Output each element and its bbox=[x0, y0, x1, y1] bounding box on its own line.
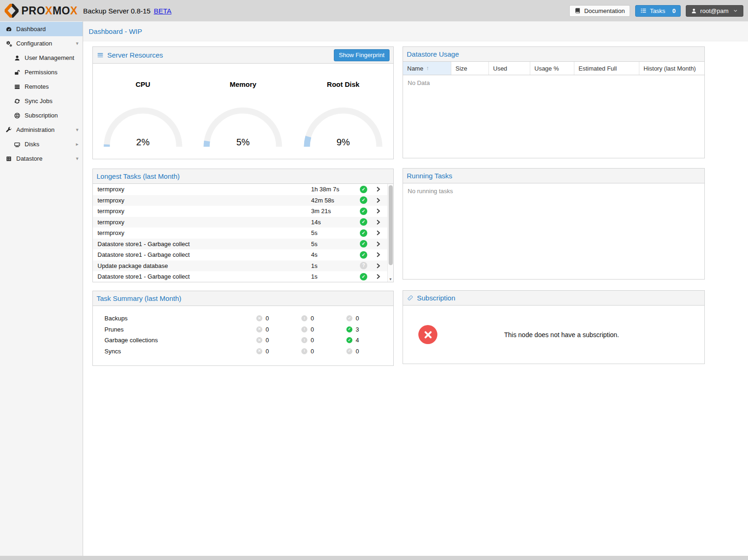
chevron-right-icon[interactable] bbox=[375, 197, 381, 203]
chevron-right-icon[interactable] bbox=[375, 230, 381, 236]
datastore-usage-panel: Datastore Usage Name↑SizeUsedUsage %Esti… bbox=[403, 46, 705, 158]
product-version: Backup Server 0.8-15 bbox=[83, 7, 150, 15]
column-header-estimated-full[interactable]: Estimated Full bbox=[574, 62, 639, 75]
ok-count-icon: ✓ bbox=[346, 326, 352, 332]
task-row[interactable]: Datastore store1 - Garbage collect1s✓ bbox=[93, 271, 393, 282]
tachometer-icon bbox=[5, 26, 13, 33]
task-row[interactable]: termproxy14s✓ bbox=[93, 217, 393, 228]
building-icon bbox=[5, 156, 13, 162]
error-count-icon: ✕ bbox=[256, 326, 262, 332]
scrollbar[interactable]: ▾ bbox=[387, 184, 393, 282]
status-ok-icon: ✓ bbox=[360, 229, 367, 237]
gauge-value: 2% bbox=[100, 137, 186, 148]
sidebar-item-datastore[interactable]: Datastore▾ bbox=[0, 151, 83, 166]
status-ok-icon: ✓ bbox=[360, 240, 367, 247]
server-resources-panel: Server Resources Show Fingerprint CPU2%M… bbox=[92, 46, 394, 159]
task-list-icon bbox=[640, 7, 647, 14]
chevron-right-icon[interactable] bbox=[375, 273, 381, 280]
status-ok-icon: ✓ bbox=[360, 251, 367, 259]
disk-icon bbox=[13, 141, 21, 148]
subscription-message: This node does not have a subscription. bbox=[437, 331, 704, 339]
chevron-right-icon[interactable] bbox=[375, 186, 381, 192]
scrollbar-down-arrow[interactable]: ▾ bbox=[388, 276, 393, 282]
error-count-icon: ✕ bbox=[256, 337, 262, 343]
warning-count-icon: ! bbox=[301, 315, 307, 321]
datastore-usage-empty: No Data bbox=[403, 75, 704, 158]
chevron-down-icon[interactable]: ▾ bbox=[76, 40, 78, 46]
sidebar: DashboardConfiguration▾User ManagementPe… bbox=[0, 21, 83, 560]
column-header-usage-[interactable]: Usage % bbox=[530, 62, 574, 75]
running-tasks-empty: No running tasks bbox=[403, 183, 704, 279]
task-row[interactable]: Datastore store1 - Garbage collect4s✓ bbox=[93, 249, 393, 260]
error-count-icon: ✕ bbox=[256, 348, 262, 354]
documentation-button[interactable]: Documentation bbox=[569, 5, 630, 17]
summary-row-syncs: Syncs✕0!0✓0 bbox=[93, 346, 393, 357]
beta-link[interactable]: BETA bbox=[154, 7, 171, 15]
chevron-down-icon bbox=[733, 8, 738, 13]
task-summary-panel: Task Summary (last Month) Backups✕0!0✓0P… bbox=[92, 291, 394, 366]
gauge-value: 9% bbox=[300, 137, 386, 148]
gauge-cpu: CPU2% bbox=[93, 80, 193, 159]
sidebar-item-configuration[interactable]: Configuration▾ bbox=[0, 36, 83, 51]
status-ok-icon: ✓ bbox=[360, 208, 367, 215]
ticket-icon bbox=[407, 294, 414, 301]
task-row[interactable]: termproxy3m 21s✓ bbox=[93, 206, 393, 217]
wrench-icon bbox=[5, 127, 13, 133]
chevron-right-icon[interactable]: ▸ bbox=[76, 141, 78, 147]
status-unknown-icon: ? bbox=[360, 262, 367, 269]
status-ok-icon: ✓ bbox=[360, 218, 367, 226]
proxmox-wordmark: PROXMOX bbox=[21, 5, 78, 17]
panel-title: Longest Tasks (last Month) bbox=[97, 172, 390, 180]
gears-icon bbox=[5, 40, 13, 47]
warning-count-icon: ! bbox=[301, 348, 307, 354]
task-row[interactable]: termproxy1h 38m 7s✓ bbox=[93, 184, 393, 195]
sidebar-item-disks[interactable]: Disks▸ bbox=[0, 137, 83, 151]
task-row[interactable]: Update package database1s? bbox=[93, 260, 393, 272]
unlock-icon bbox=[13, 69, 21, 76]
chevron-down-icon[interactable]: ▾ bbox=[76, 156, 78, 162]
column-header-size[interactable]: Size bbox=[451, 62, 489, 75]
server-resources-icon bbox=[97, 52, 104, 59]
show-fingerprint-button[interactable]: Show Fingerprint bbox=[334, 49, 390, 61]
panel-title: Task Summary (last Month) bbox=[97, 294, 390, 302]
column-header-used[interactable]: Used bbox=[489, 62, 530, 75]
error-count-icon: ✕ bbox=[256, 315, 262, 321]
sidebar-item-sync-jobs[interactable]: Sync Jobs bbox=[0, 94, 83, 108]
task-row[interactable]: Datastore store1 - Garbage collect5s✓ bbox=[93, 239, 393, 250]
lifering-icon bbox=[13, 112, 21, 119]
subscription-panel: Subscription This node does not have a s… bbox=[403, 290, 705, 364]
chevron-right-icon[interactable] bbox=[375, 219, 381, 225]
panel-title: Subscription bbox=[417, 294, 701, 302]
column-header-name[interactable]: Name↑ bbox=[403, 62, 451, 75]
sidebar-item-permissions[interactable]: Permissions bbox=[0, 65, 83, 79]
chevron-down-icon[interactable]: ▾ bbox=[76, 127, 78, 133]
panel-title: Datastore Usage bbox=[407, 50, 701, 58]
ok-count-icon: ✓ bbox=[346, 337, 352, 343]
chevron-right-icon[interactable] bbox=[375, 208, 381, 214]
tasks-count-badge: 0 bbox=[672, 7, 676, 14]
status-ok-icon: ✓ bbox=[360, 273, 367, 280]
status-ok-icon: ✓ bbox=[360, 186, 367, 193]
task-row[interactable]: termproxy42m 58s✓ bbox=[93, 195, 393, 206]
gauge-memory: Memory5% bbox=[193, 80, 293, 159]
book-icon bbox=[574, 7, 581, 14]
user-icon bbox=[13, 55, 21, 61]
task-row[interactable]: termproxy5s✓ bbox=[93, 228, 393, 239]
gauge-value: 5% bbox=[200, 137, 286, 148]
scrollbar-thumb[interactable] bbox=[389, 185, 393, 265]
sidebar-item-administration[interactable]: Administration▾ bbox=[0, 123, 83, 137]
sync-icon bbox=[13, 98, 21, 104]
sidebar-item-user-management[interactable]: User Management bbox=[0, 51, 83, 65]
chevron-right-icon[interactable] bbox=[375, 263, 381, 269]
status-ok-icon: ✓ bbox=[360, 196, 367, 204]
sidebar-item-remotes[interactable]: Remotes bbox=[0, 79, 83, 94]
chevron-right-icon[interactable] bbox=[375, 252, 381, 258]
column-header-history-last-month-[interactable]: History (last Month) bbox=[639, 62, 704, 75]
sidebar-item-dashboard[interactable]: Dashboard bbox=[0, 22, 83, 36]
top-bar: PROXMOX Backup Server 0.8-15 BETA Docume… bbox=[0, 0, 748, 21]
chevron-right-icon[interactable] bbox=[375, 241, 381, 247]
user-menu-button[interactable]: root@pam bbox=[686, 5, 743, 17]
sidebar-item-subscription[interactable]: Subscription bbox=[0, 108, 83, 123]
tasks-button[interactable]: Tasks 0 bbox=[635, 5, 681, 17]
summary-row-backups: Backups✕0!0✓0 bbox=[93, 313, 393, 324]
